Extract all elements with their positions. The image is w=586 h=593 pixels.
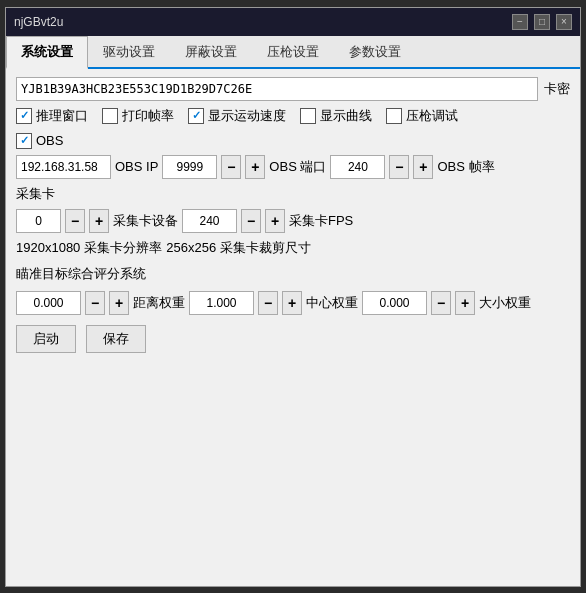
checkbox-row: 推理窗口 打印帧率 显示运动速度 显示曲线 压枪调试: [16, 107, 570, 125]
distance-label: 距离权重: [133, 294, 185, 312]
maximize-button[interactable]: □: [534, 14, 550, 30]
distance-plus[interactable]: +: [109, 291, 129, 315]
checkbox-curve[interactable]: 显示曲线: [300, 107, 372, 125]
window-controls: − □ ×: [512, 14, 572, 30]
capture-label-row: 采集卡: [16, 185, 570, 203]
minimize-button[interactable]: −: [512, 14, 528, 30]
gun-check-label: 压枪调试: [406, 107, 458, 125]
tab-screen[interactable]: 屏蔽设置: [170, 36, 252, 67]
curve-check-label: 显示曲线: [320, 107, 372, 125]
distance-weight-input[interactable]: [189, 291, 254, 315]
distance-minus[interactable]: −: [85, 291, 105, 315]
capture-resolution-value: 1920x1080: [16, 240, 80, 255]
obs-toggle-row[interactable]: OBS: [16, 133, 570, 149]
checkbox-fps[interactable]: 打印帧率: [102, 107, 174, 125]
tab-driver[interactable]: 驱动设置: [88, 36, 170, 67]
center-label: 中心权重: [306, 294, 358, 312]
obs-fps-plus[interactable]: +: [413, 155, 433, 179]
window-check-label: 推理窗口: [36, 107, 88, 125]
gun-check-icon: [386, 108, 402, 124]
action-buttons-row: 启动 保存: [16, 325, 570, 353]
obs-fps-minus[interactable]: −: [389, 155, 409, 179]
main-window: njGBvt2u − □ × 系统设置 驱动设置 屏蔽设置 压枪设置 参数设置 …: [5, 7, 581, 587]
close-button[interactable]: ×: [556, 14, 572, 30]
save-button[interactable]: 保存: [86, 325, 146, 353]
checkbox-gun[interactable]: 压枪调试: [386, 107, 458, 125]
capture-fps-label: 采集卡FPS: [289, 212, 353, 230]
fps-check-icon: [102, 108, 118, 124]
weight-plus[interactable]: +: [282, 291, 302, 315]
window-title: njGBvt2u: [14, 15, 63, 29]
center-plus[interactable]: +: [455, 291, 475, 315]
obs-fps-input[interactable]: [330, 155, 385, 179]
capture-device-plus[interactable]: +: [89, 209, 109, 233]
center-minus[interactable]: −: [431, 291, 451, 315]
capture-resolution-row: 1920x1080 采集卡分辨率 256x256 采集卡裁剪尺寸: [16, 239, 570, 257]
capture-num-plus[interactable]: +: [265, 209, 285, 233]
content-area: 卡密 推理窗口 打印帧率 显示运动速度 显示曲线 压枪调试: [6, 69, 580, 586]
obs-port-input[interactable]: [162, 155, 217, 179]
capture-device-value[interactable]: [16, 209, 61, 233]
capture-crop-label: 采集卡裁剪尺寸: [220, 239, 311, 257]
capture-device-minus[interactable]: −: [65, 209, 85, 233]
start-button[interactable]: 启动: [16, 325, 76, 353]
obs-ip-label: OBS IP: [115, 159, 158, 174]
obs-check-icon: [16, 133, 32, 149]
checkbox-speed[interactable]: 显示运动速度: [188, 107, 286, 125]
scoring-title: 瞄准目标综合评分系统: [16, 265, 146, 283]
title-bar: njGBvt2u − □ ×: [6, 8, 580, 36]
obs-settings-row: OBS IP − + OBS 端口 − + OBS 帧率: [16, 155, 570, 179]
capture-settings-row: − + 采集卡设备 − + 采集卡FPS: [16, 209, 570, 233]
center-value-input[interactable]: [362, 291, 427, 315]
window-check-icon: [16, 108, 32, 124]
size-label: 大小权重: [479, 294, 531, 312]
capture-crop-value: 256x256: [166, 240, 216, 255]
distance-value-input[interactable]: [16, 291, 81, 315]
serial-row: 卡密: [16, 77, 570, 101]
speed-check-icon: [188, 108, 204, 124]
scoring-title-row: 瞄准目标综合评分系统: [16, 263, 570, 285]
obs-section-label: OBS: [36, 133, 63, 148]
tab-system[interactable]: 系统设置: [6, 36, 88, 69]
serial-input[interactable]: [16, 77, 538, 101]
scoring-row: − + 距离权重 − + 中心权重 − + 大小权重: [16, 291, 570, 315]
curve-check-icon: [300, 108, 316, 124]
obs-ip-input[interactable]: [16, 155, 111, 179]
obs-fps-label: OBS 帧率: [437, 158, 494, 176]
capture-num-minus[interactable]: −: [241, 209, 261, 233]
capture-device-label: 采集卡设备: [113, 212, 178, 230]
tab-bar: 系统设置 驱动设置 屏蔽设置 压枪设置 参数设置: [6, 36, 580, 69]
obs-port-label: OBS 端口: [269, 158, 326, 176]
obs-port-minus[interactable]: −: [221, 155, 241, 179]
tab-pressure[interactable]: 压枪设置: [252, 36, 334, 67]
capture-card-label: 采集卡: [16, 185, 55, 203]
capture-resolution-label: 采集卡分辨率: [84, 239, 162, 257]
card-label: 卡密: [544, 80, 570, 98]
obs-port-plus[interactable]: +: [245, 155, 265, 179]
capture-device-num[interactable]: [182, 209, 237, 233]
tab-params[interactable]: 参数设置: [334, 36, 416, 67]
weight-minus[interactable]: −: [258, 291, 278, 315]
checkbox-window[interactable]: 推理窗口: [16, 107, 88, 125]
speed-check-label: 显示运动速度: [208, 107, 286, 125]
fps-check-label: 打印帧率: [122, 107, 174, 125]
